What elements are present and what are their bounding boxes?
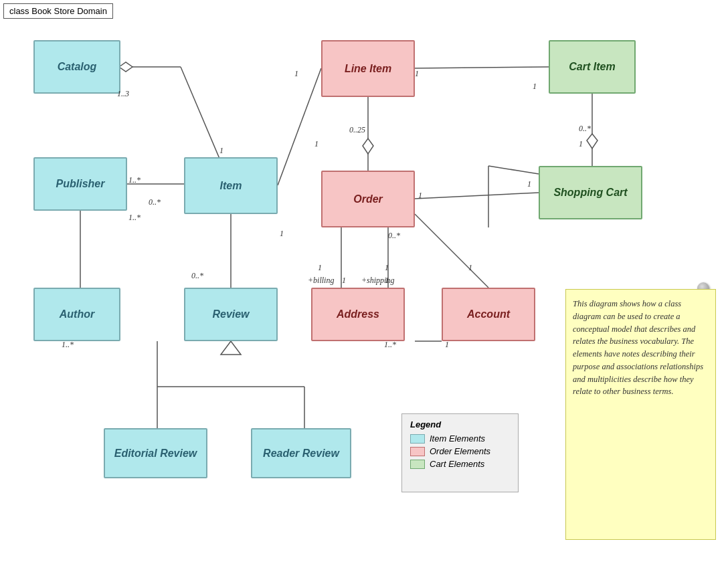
- mult-1-lineitem-left: 1: [294, 69, 298, 79]
- mult-1-3: 1..3: [117, 89, 129, 99]
- mult-1star-addr: 1..*: [384, 340, 396, 350]
- svg-line-12: [415, 67, 549, 68]
- cart-item-box[interactable]: Cart Item: [549, 40, 636, 94]
- catalog-box[interactable]: Catalog: [33, 40, 120, 94]
- note-box: This diagram shows how a class diagram c…: [565, 289, 716, 540]
- mult-1-shoppingcart2: 1: [527, 179, 531, 189]
- mult-1star-author: 1..*: [62, 340, 74, 350]
- diagram-container: class Book Store Domain: [0, 0, 728, 580]
- legend-item-cart: Cart Elements: [410, 459, 510, 469]
- legend-color-pink: [410, 447, 425, 456]
- mult-1star-auth: 1..*: [128, 213, 141, 223]
- mult-billing-label: +billing: [308, 276, 334, 286]
- legend-item-order: Order Elements: [410, 446, 510, 456]
- author-box[interactable]: Author: [33, 288, 120, 341]
- mult-1-billing: 1: [318, 263, 322, 273]
- legend-box: Legend Item Elements Order Elements Cart…: [401, 413, 519, 492]
- mult-shipping-label: +shipping: [361, 276, 394, 286]
- legend-title: Legend: [410, 419, 510, 429]
- mult-1-item: 1: [219, 146, 223, 156]
- publisher-box[interactable]: Publisher: [33, 157, 127, 211]
- order-box[interactable]: Order: [321, 171, 415, 227]
- account-box[interactable]: Account: [442, 288, 535, 341]
- mult-1-item-right: 1: [280, 229, 284, 239]
- mult-0star-review: 0..*: [191, 271, 203, 281]
- address-box[interactable]: Address: [311, 288, 405, 341]
- svg-marker-10: [221, 341, 241, 355]
- mult-025: 0..25: [349, 125, 365, 135]
- svg-line-11: [278, 68, 321, 185]
- editorial-review-box[interactable]: Editorial Review: [104, 428, 207, 478]
- review-box[interactable]: Review: [184, 288, 278, 341]
- svg-marker-16: [587, 134, 598, 149]
- legend-item-elements: Item Elements: [410, 433, 510, 444]
- mult-1-cartitem: 1: [533, 82, 537, 92]
- legend-label-green: Cart Elements: [430, 459, 484, 469]
- mult-0star-pub: 0..*: [149, 197, 161, 207]
- legend-label-cyan: Item Elements: [430, 433, 485, 444]
- svg-marker-14: [363, 138, 373, 154]
- mult-1-order-right: 1: [418, 191, 422, 201]
- mult-1-lineitem-right: 1: [415, 69, 419, 79]
- legend-label-pink: Order Elements: [430, 446, 490, 456]
- line-item-box[interactable]: Line Item: [321, 40, 415, 97]
- svg-line-17: [415, 193, 539, 199]
- mult-1-shipping: 1: [385, 263, 389, 273]
- legend-color-cyan: [410, 434, 425, 444]
- mult-0star-cart: 0..*: [579, 124, 591, 134]
- mult-1-ship: 1: [385, 276, 389, 286]
- legend-color-green: [410, 460, 425, 469]
- mult-1-acct: 1: [445, 340, 449, 350]
- reader-review-box[interactable]: Reader Review: [251, 428, 351, 478]
- mult-1star-pub: 1..*: [128, 175, 141, 185]
- svg-line-20: [415, 214, 488, 288]
- diagram-title: class Book Store Domain: [3, 3, 113, 19]
- mult-1-shoppingcart: 1: [579, 139, 583, 149]
- mult-1-account: 1: [468, 263, 472, 273]
- note-text: This diagram shows how a class diagram c…: [573, 299, 703, 396]
- svg-line-23: [488, 166, 539, 174]
- mult-1-bill: 1: [342, 276, 346, 286]
- svg-marker-2: [119, 62, 132, 72]
- shopping-cart-box[interactable]: Shopping Cart: [539, 166, 642, 219]
- mult-1-diamond: 1: [314, 139, 318, 149]
- mult-0star-order: 0..*: [388, 231, 400, 241]
- item-box[interactable]: Item: [184, 157, 278, 214]
